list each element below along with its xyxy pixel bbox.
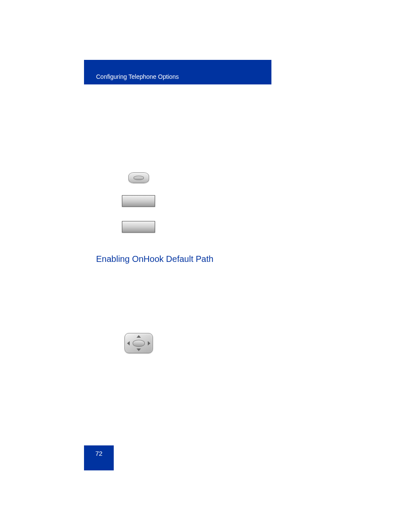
softkey-icon	[122, 221, 155, 233]
chevron-up-icon	[137, 335, 141, 338]
page-number: 72	[95, 450, 103, 457]
chevron-left-icon	[127, 341, 130, 345]
chevron-down-icon	[137, 348, 141, 351]
enter-key-icon	[128, 172, 149, 183]
page-content: Enabling OnHook Default Path	[96, 90, 320, 273]
page-header: Configuring Telephone Options	[84, 60, 271, 84]
section-heading: Enabling OnHook Default Path	[96, 254, 320, 264]
navigation-cluster-icon	[125, 333, 153, 353]
softkey-icon	[122, 195, 155, 207]
header-title: Configuring Telephone Options	[96, 73, 179, 80]
chevron-right-icon	[148, 341, 150, 345]
page-number-block: 72	[84, 445, 114, 470]
